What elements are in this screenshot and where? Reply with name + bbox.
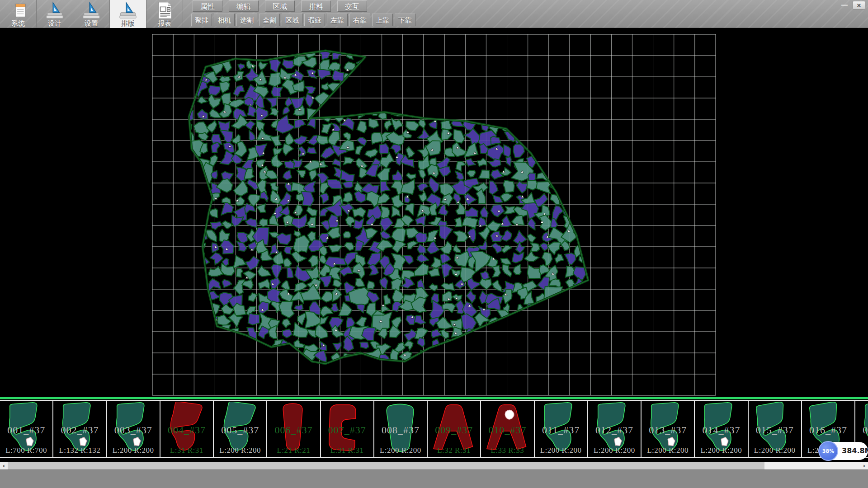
piece-thumbnail-005_#37[interactable]: 005_#37L:200 R:200 (214, 401, 267, 457)
action-button-1[interactable]: 聚排 (191, 14, 212, 26)
piece-thumbnail-010_#37[interactable]: 010_#37L:33 R:33 (481, 401, 534, 457)
memory-value: 384.8M (842, 442, 867, 460)
menu-tab-3[interactable]: 区域 (265, 0, 295, 12)
piece-id-label: 004_#37 (160, 424, 213, 436)
action-button-10[interactable]: 下靠 (395, 14, 415, 26)
app-button-3[interactable]: 设置 (73, 0, 110, 28)
action-button-6[interactable]: 瑕疵 (304, 14, 325, 26)
piece-counts-label: L:31 R:31 (321, 446, 373, 455)
window-controls: — × (838, 1, 865, 9)
app-button-4[interactable]: 排版 (110, 0, 146, 28)
minimize-button[interactable]: — (838, 1, 851, 9)
scroll-right-button[interactable]: › (860, 462, 868, 469)
piece-thumbnail-011_#37[interactable]: 011_#37L:200 R:200 (535, 401, 588, 457)
action-button-7[interactable]: 左靠 (327, 14, 348, 26)
piece-counts-label: L:700 R:700 (0, 446, 52, 455)
piece-id-label: 010_#37 (481, 424, 533, 436)
piece-id-label: 013_#37 (642, 424, 694, 436)
menu-tabs: 属性编辑区域排料交互 (193, 0, 367, 12)
piece-counts-label: L:32 R:31 (428, 446, 480, 455)
piece-thumbnail-012_#37[interactable]: 012_#37L:200 R:200 (588, 401, 642, 457)
application-window: 系统 设计 设置 排版 报表 属性编辑区域排料交互 聚排相机选割全割区域瑕疵左靠… (0, 0, 868, 488)
scrollbar-thumb[interactable] (8, 462, 764, 469)
piece-id-label: 015_#37 (749, 424, 801, 436)
scroll-left-button[interactable]: ‹ (0, 462, 8, 469)
menu-tab-1[interactable]: 属性 (193, 0, 222, 12)
app-button-5[interactable]: 报表 (146, 0, 183, 28)
app-button-1[interactable]: 系统 (0, 0, 37, 28)
action-button-2[interactable]: 相机 (214, 14, 235, 26)
piece-counts-label: L:200 R:200 (535, 446, 587, 455)
app-button-label: 系统 (0, 20, 36, 27)
piece-counts-label: L:200 R:200 (588, 446, 641, 455)
progress-circle: 38% (818, 441, 838, 461)
progress-value: 38% (822, 448, 834, 454)
piece-thumbnail-014_#37[interactable]: 014_#37L:200 R:200 (695, 401, 748, 457)
piece-counts-label: L:200 R:200 (107, 446, 160, 455)
system-icon (9, 1, 28, 20)
piece-thumbnail-001_#37[interactable]: 001_#37L:700 R:700 (0, 401, 53, 457)
piece-id-label: 007_#37 (321, 424, 373, 436)
app-button-label: 排版 (110, 20, 146, 27)
toolbar: 系统 设计 设置 排版 报表 属性编辑区域排料交互 聚排相机选割全割区域瑕疵左靠… (0, 0, 868, 28)
piece-thumbnail-003_#37[interactable]: 003_#37L:200 R:200 (107, 401, 160, 457)
nesting-canvas-svg[interactable] (0, 28, 868, 398)
piece-counts-label: L:200 R:200 (749, 446, 801, 455)
design-icon (45, 1, 64, 20)
status-bar (0, 469, 868, 488)
piece-thumbnail-007_#37[interactable]: 007_#37L:31 R:31 (321, 401, 374, 457)
piece-counts-label: L:33 R:33 (481, 446, 533, 455)
piece-counts-label: L:200 R:200 (642, 446, 694, 455)
piece-thumbnail-004_#37[interactable]: 004_#37L:31 R:31 (160, 401, 214, 457)
piece-counts-label: L:31 R:31 (160, 446, 213, 455)
piece-counts-label: L:200 R:200 (374, 446, 427, 455)
piece-id-label: 012_#37 (588, 424, 641, 436)
piece-thumbnail-008_#37[interactable]: 008_#37L:200 R:200 (374, 401, 428, 457)
piece-id-label: 017_#37 (855, 424, 868, 436)
report-icon (155, 1, 174, 20)
piece-counts-label: L:132 R:132 (53, 446, 106, 455)
piece-id-label: 016_#37 (802, 424, 854, 436)
nesting-canvas[interactable] (0, 28, 868, 398)
menu-tab-4[interactable]: 排料 (301, 0, 331, 12)
app-button-label: 设计 (37, 20, 73, 27)
action-button-8[interactable]: 右靠 (349, 14, 370, 26)
piece-id-label: 001_#37 (0, 424, 52, 436)
action-button-5[interactable]: 区域 (282, 14, 302, 26)
app-launcher-bar: 系统 设计 设置 排版 报表 (0, 0, 183, 28)
piece-id-label: 002_#37 (53, 424, 106, 436)
action-button-3[interactable]: 选割 (236, 14, 257, 26)
piece-id-label: 008_#37 (374, 424, 427, 436)
horizontal-scrollbar[interactable]: ‹ › (0, 462, 868, 469)
piece-counts-label: L:200 R:200 (695, 446, 747, 455)
menu-tab-2[interactable]: 编辑 (229, 0, 259, 12)
piece-id-label: 006_#37 (267, 424, 320, 436)
app-button-2[interactable]: 设计 (37, 0, 73, 28)
piece-id-label: 005_#37 (214, 424, 266, 436)
settings-icon (82, 1, 101, 20)
close-button[interactable]: × (853, 1, 865, 9)
piece-thumbnail-013_#37[interactable]: 013_#37L:200 R:200 (642, 401, 695, 457)
piece-thumbnail-006_#37[interactable]: 006_#37L:21 R:21 (267, 401, 321, 457)
piece-id-label: 011_#37 (535, 424, 587, 436)
action-button-9[interactable]: 上靠 (372, 14, 393, 26)
piece-id-label: 014_#37 (695, 424, 747, 436)
action-button-4[interactable]: 全割 (259, 14, 280, 26)
piece-thumbnail-002_#37[interactable]: 002_#37L:132 R:132 (53, 401, 107, 457)
piece-id-label: 009_#37 (428, 424, 480, 436)
layout-icon (118, 1, 137, 20)
piece-counts-label: L:200 R:200 (214, 446, 266, 455)
piece-thumbnail-015_#37[interactable]: 015_#37L:200 R:200 (749, 401, 802, 457)
pieces-strip: 001_#37L:700 R:700002_#37L:132 R:132003_… (0, 400, 868, 458)
action-buttons: 聚排相机选割全割区域瑕疵左靠右靠上靠下靠 (191, 14, 415, 26)
piece-counts-label: L:21 R:21 (267, 446, 320, 455)
memory-badge: 384.8M 38% (818, 441, 868, 461)
app-button-label: 报表 (146, 20, 183, 27)
app-button-label: 设置 (73, 20, 109, 27)
menu-tab-5[interactable]: 交互 (337, 0, 367, 12)
piece-id-label: 003_#37 (107, 424, 160, 436)
strip-separator (0, 397, 868, 399)
piece-thumbnail-009_#37[interactable]: 009_#37L:32 R:31 (428, 401, 481, 457)
